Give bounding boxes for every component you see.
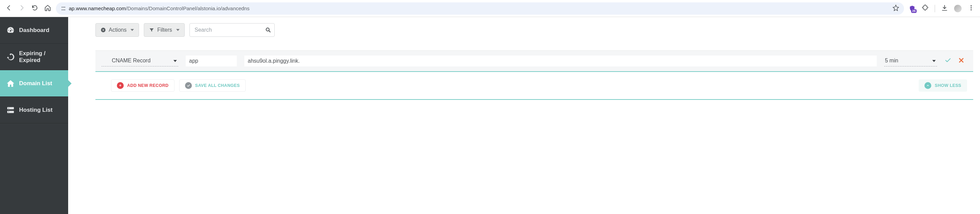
sidebar-item-dashboard[interactable]: Dashboard [0, 17, 68, 44]
extension-shield-icon[interactable]: 26 [909, 5, 916, 12]
back-icon[interactable] [5, 5, 12, 13]
save-all-label: SAVE ALL CHANGES [195, 83, 240, 88]
record-row-actions [945, 57, 967, 65]
funnel-icon [149, 27, 154, 33]
sidebar-label: Domain List [19, 80, 52, 87]
record-target-field[interactable] [244, 56, 877, 67]
url-bar[interactable]: ap.www.namecheap.com/Domains/DomainContr… [56, 2, 904, 14]
dns-record-row: CNAME Record 5 min [95, 50, 973, 71]
svg-point-8 [8, 112, 9, 112]
cancel-record-button[interactable] [958, 57, 964, 65]
play-circle-icon [100, 27, 106, 33]
clock-back-icon [6, 53, 15, 61]
toolbar: Actions Filters [95, 23, 973, 37]
browser-right-icons: 26 [907, 5, 977, 13]
show-less-button[interactable]: SHOW LESS [919, 80, 967, 92]
url-text: ap.www.namecheap.com/Domains/DomainContr… [69, 5, 250, 11]
main-content: Actions Filters CNAME Record [68, 17, 980, 214]
record-target-input[interactable] [248, 56, 877, 67]
svg-point-0 [62, 6, 63, 8]
bookmark-star-icon[interactable] [892, 5, 899, 13]
extensions-puzzle-icon[interactable] [922, 5, 929, 13]
svg-point-3 [970, 7, 972, 8]
check-circle-icon [185, 82, 192, 89]
record-type-label: CNAME Record [112, 57, 151, 64]
gauge-icon [6, 26, 15, 35]
extension-badge-count: 26 [911, 9, 916, 13]
caret-down-icon [130, 29, 134, 31]
sidebar-label: Dashboard [19, 27, 49, 34]
save-all-changes-button[interactable]: SAVE ALL CHANGES [179, 80, 246, 92]
add-new-record-button[interactable]: + ADD NEW RECORD [111, 80, 175, 92]
search-input[interactable] [189, 23, 275, 37]
sidebar-label: Expiring / Expired [19, 50, 62, 64]
filters-label: Filters [157, 27, 172, 33]
svg-rect-5 [7, 107, 14, 109]
record-type-dropdown[interactable]: CNAME Record [102, 56, 178, 67]
search-icon [265, 27, 271, 33]
add-record-label: ADD NEW RECORD [127, 83, 169, 88]
record-footer-actions: + ADD NEW RECORD SAVE ALL CHANGES SHOW L… [95, 72, 973, 99]
sidebar-label: Hosting List [19, 107, 52, 113]
caret-down-icon [173, 60, 177, 62]
profile-avatar[interactable] [954, 5, 962, 12]
record-host-input[interactable] [189, 56, 237, 67]
home-icon[interactable] [44, 5, 51, 13]
forward-icon[interactable] [18, 5, 25, 13]
svg-point-1 [62, 9, 63, 10]
svg-point-4 [970, 9, 972, 10]
sidebar: Dashboard Expiring / Expired Domain List… [0, 17, 68, 214]
plus-circle-icon: + [117, 82, 124, 89]
search-field[interactable] [189, 23, 275, 37]
chevron-up-circle-icon [924, 82, 931, 89]
caret-down-icon [932, 60, 936, 62]
sidebar-item-expiring[interactable]: Expiring / Expired [0, 44, 68, 70]
sidebar-item-domain-list[interactable]: Domain List [0, 70, 68, 97]
svg-rect-6 [7, 111, 14, 113]
sidebar-item-hosting-list[interactable]: Hosting List [0, 97, 68, 123]
browser-chrome: ap.www.namecheap.com/Domains/DomainContr… [0, 0, 980, 17]
actions-label: Actions [109, 27, 126, 33]
panel-divider [95, 99, 973, 100]
actions-button[interactable]: Actions [95, 23, 139, 37]
confirm-record-button[interactable] [945, 57, 951, 65]
record-ttl-label: 5 min [885, 57, 898, 64]
server-icon [6, 105, 15, 115]
record-host-field[interactable] [186, 56, 237, 67]
browser-nav-icons [3, 5, 53, 13]
filters-button[interactable]: Filters [144, 23, 185, 37]
toolbar-divider [935, 5, 935, 12]
kebab-menu-icon[interactable] [968, 5, 975, 13]
caret-down-icon [176, 29, 180, 31]
record-ttl-dropdown[interactable]: 5 min [884, 56, 937, 67]
svg-point-7 [8, 108, 9, 109]
svg-point-2 [970, 5, 972, 6]
reload-icon[interactable] [31, 5, 38, 13]
downloads-icon[interactable] [941, 5, 948, 13]
house-icon [6, 79, 15, 88]
show-less-label: SHOW LESS [935, 83, 961, 88]
site-info-icon[interactable] [60, 6, 66, 11]
